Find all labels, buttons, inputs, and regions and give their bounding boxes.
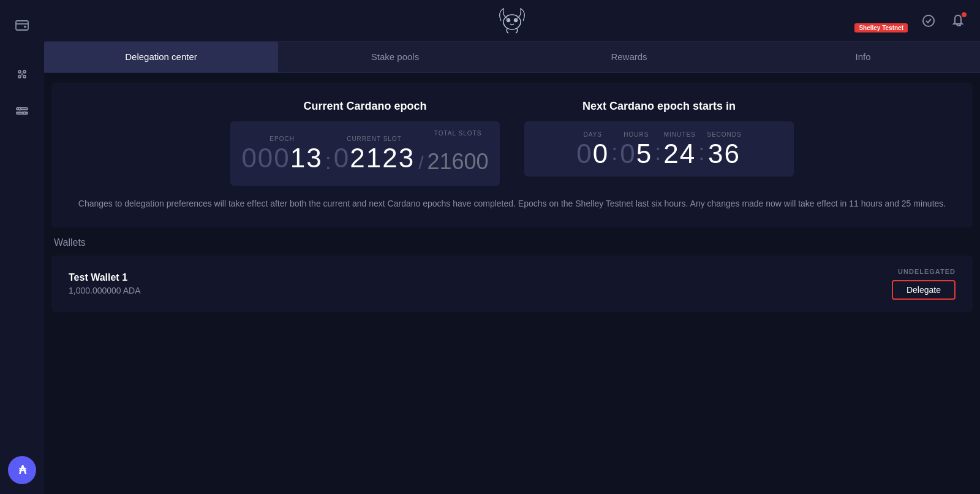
- wallets-title: Wallets: [51, 237, 973, 248]
- notification-icon[interactable]: [947, 10, 969, 32]
- tab-rewards[interactable]: Rewards: [512, 42, 746, 72]
- next-epoch-display: DAYS 00 : HOURS 05 : MINUTES 24: [524, 121, 794, 177]
- tab-delegation-center[interactable]: Delegation center: [44, 42, 278, 72]
- epoch-section: Current Cardano epoch EPOCH 00013 : CURR…: [51, 83, 973, 227]
- topbar-right: Shelley Testnet: [910, 0, 980, 42]
- wallet-info: Test Wallet 1 1,000.000000 ADA: [69, 272, 141, 295]
- svg-point-14: [508, 20, 509, 21]
- delegate-button[interactable]: Delegate: [892, 280, 956, 300]
- wallet-actions: UNDELEGATED Delegate: [892, 268, 956, 300]
- undelegated-label: UNDELEGATED: [898, 268, 956, 275]
- topbar: Shelley Testnet: [44, 0, 980, 42]
- current-slot-segment: CURRENT SLOT 02123: [334, 135, 415, 172]
- total-slots-segment: TOTAL SLOTS 21600: [428, 130, 489, 177]
- svg-point-3: [23, 70, 26, 73]
- wallets-section: Wallets Test Wallet 1 1,000.000000 ADA U…: [51, 237, 973, 312]
- svg-point-2: [18, 70, 21, 73]
- current-epoch-display: EPOCH 00013 : CURRENT SLOT 02123 / T: [230, 121, 500, 186]
- wallet-card: Test Wallet 1 1,000.000000 ADA UNDELEGAT…: [51, 256, 973, 312]
- days-value: 00: [576, 140, 609, 167]
- sidebar-settings-icon[interactable]: [9, 98, 35, 124]
- ada-icon[interactable]: ₳: [8, 456, 36, 484]
- current-slot-label: CURRENT SLOT: [347, 135, 402, 142]
- checkmark-icon[interactable]: [918, 10, 940, 32]
- sidebar: ₳: [0, 0, 44, 494]
- minutes-label: MINUTES: [664, 131, 696, 138]
- svg-point-9: [18, 108, 21, 110]
- sidebar-wallet-icon[interactable]: [9, 12, 35, 38]
- seconds-segment: SECONDS 36: [707, 131, 741, 167]
- svg-rect-0: [16, 21, 28, 30]
- app-logo: [495, 4, 529, 38]
- svg-point-6: [21, 74, 23, 75]
- hours-label: HOURS: [624, 131, 649, 138]
- svg-point-15: [515, 20, 516, 21]
- minutes-segment: MINUTES 24: [663, 131, 696, 167]
- svg-point-4: [18, 75, 21, 78]
- main-area: Shelley Testnet Delegation center Stake …: [44, 0, 980, 494]
- epoch-row: Current Cardano epoch EPOCH 00013 : CURR…: [76, 100, 948, 186]
- nav-tabs: Delegation center Stake pools Rewards In…: [44, 42, 980, 73]
- countdown-colon-3: :: [696, 140, 707, 168]
- total-slots-label: TOTAL SLOTS: [434, 130, 482, 137]
- tab-stake-pools[interactable]: Stake pools: [278, 42, 512, 72]
- epoch-colon-sep: :: [323, 149, 334, 177]
- tab-info[interactable]: Info: [746, 42, 980, 72]
- network-badge: Shelley Testnet: [854, 23, 908, 32]
- epoch-info-text: Changes to delegation preferences will t…: [76, 197, 948, 210]
- svg-rect-1: [24, 26, 26, 28]
- countdown-colon-2: :: [652, 140, 663, 168]
- wallet-name: Test Wallet 1: [69, 272, 141, 283]
- sidebar-bottom: ₳: [8, 456, 36, 484]
- hours-segment: HOURS 05: [620, 131, 652, 167]
- svg-point-11: [503, 15, 521, 29]
- next-epoch-title: Next Cardano epoch starts in: [524, 100, 794, 113]
- countdown-colon-1: :: [609, 140, 620, 168]
- days-label: DAYS: [584, 131, 603, 138]
- current-slot-value: 02123: [334, 145, 415, 172]
- minutes-value: 24: [663, 140, 696, 167]
- hours-value: 05: [620, 140, 652, 167]
- content: Current Cardano epoch EPOCH 00013 : CURR…: [44, 73, 980, 494]
- current-epoch-card: Current Cardano epoch EPOCH 00013 : CURR…: [230, 100, 500, 186]
- seconds-label: SECONDS: [707, 131, 741, 138]
- epoch-number-segment: EPOCH 00013: [241, 135, 322, 172]
- svg-point-16: [923, 15, 934, 26]
- wallet-balance: 1,000.000000 ADA: [69, 286, 141, 295]
- next-epoch-card: Next Cardano epoch starts in DAYS 00 : H…: [524, 100, 794, 186]
- epoch-label: EPOCH: [270, 135, 295, 142]
- total-slots-value: 21600: [428, 149, 489, 177]
- days-segment: DAYS 00: [576, 131, 609, 167]
- current-epoch-title: Current Cardano epoch: [230, 100, 500, 113]
- notification-dot: [962, 12, 967, 17]
- epoch-slash-sep: /: [415, 153, 427, 177]
- epoch-value: 00013: [241, 145, 322, 172]
- svg-point-5: [23, 75, 26, 78]
- svg-point-10: [23, 112, 26, 115]
- sidebar-staking-icon[interactable]: [9, 61, 35, 87]
- seconds-value: 36: [708, 140, 741, 167]
